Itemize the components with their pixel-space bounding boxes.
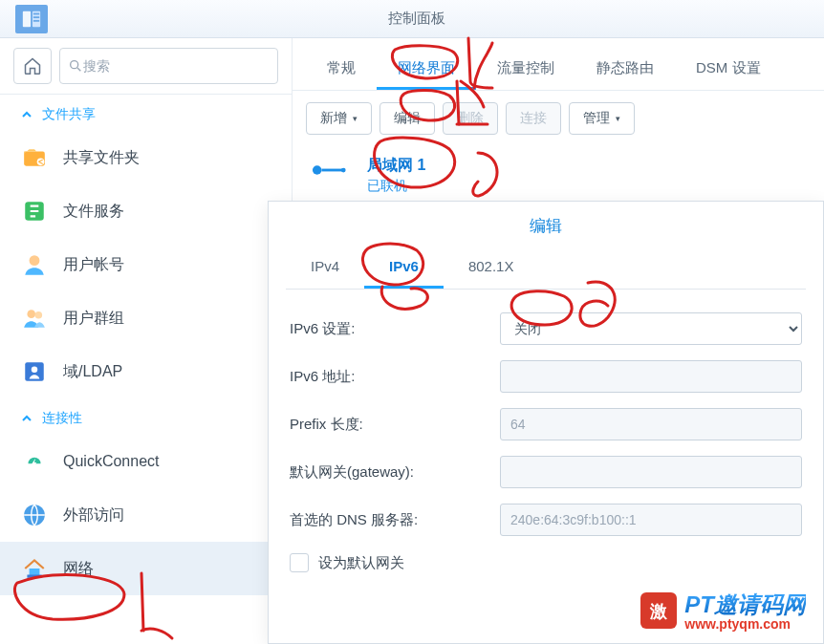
svg-text:激: 激 [649, 602, 668, 621]
sidebar: 文件共享 共享文件夹 文件服务 用户帐号 用户群组 域/LDAP 连接性 [0, 38, 293, 644]
svg-rect-2 [33, 12, 39, 14]
section-label: 连接性 [42, 410, 82, 427]
tab-dsm-settings[interactable]: DSM 设置 [675, 50, 782, 90]
tab-general[interactable]: 常规 [306, 50, 377, 90]
lan-name: 局域网 1 [367, 156, 425, 176]
user-icon [21, 251, 48, 278]
dns-input [500, 504, 802, 536]
gateway-input [500, 456, 802, 488]
manage-button[interactable]: 管理▾ [569, 102, 635, 135]
sidebar-item-external-access[interactable]: 外部访问 [0, 488, 292, 542]
edit-dialog: 编辑 IPv4 IPv6 802.1X IPv6 设置: 关闭 IPv6 地址:… [268, 201, 824, 644]
lan-item[interactable]: 局域网 1 已联机 [293, 146, 824, 204]
tab-network-interface[interactable]: 网络界面 [377, 50, 476, 90]
svg-point-11 [35, 311, 43, 319]
sidebar-item-quickconnect[interactable]: QuickConnect [0, 435, 292, 488]
sidebar-item-ldap[interactable]: 域/LDAP [0, 345, 292, 398]
sidebar-item-label: 共享文件夹 [63, 148, 140, 168]
folder-share-icon [21, 144, 48, 171]
svg-point-5 [71, 61, 78, 69]
home-icon [23, 56, 42, 75]
search-input[interactable] [83, 58, 270, 74]
svg-point-18 [341, 168, 346, 173]
lan-status: 已联机 [367, 178, 425, 195]
watermark: 激 PT邀请码网 www.ptyqm.com [639, 590, 806, 632]
sidebar-item-label: 用户帐号 [63, 255, 124, 275]
caret-down-icon: ▾ [616, 114, 620, 123]
ipv6-address-input [500, 360, 802, 393]
dns-label: 首选的 DNS 服务器: [290, 511, 500, 529]
quickconnect-icon [21, 448, 48, 475]
globe-icon [21, 502, 48, 528]
delete-button: 删除 [443, 102, 498, 135]
sidebar-item-label: 外部访问 [63, 505, 124, 526]
section-file-sharing[interactable]: 文件共享 [0, 95, 292, 131]
tab-static-route[interactable]: 静态路由 [575, 50, 675, 90]
watermark-brand: PT邀请码网 [684, 591, 806, 617]
ipv6-setting-label: IPv6 设置: [290, 320, 500, 338]
seal-icon: 激 [639, 590, 679, 631]
sidebar-item-label: 域/LDAP [63, 362, 122, 382]
sidebar-item-network[interactable]: 网络 [0, 542, 292, 595]
file-services-icon [21, 198, 48, 225]
sidebar-item-group[interactable]: 用户群组 [0, 291, 292, 345]
connect-button: 连接 [506, 102, 561, 135]
caret-down-icon: ▾ [353, 114, 358, 123]
toolbar: 新增▾ 编辑 删除 连接 管理▾ [293, 91, 824, 146]
lan-icon [312, 161, 350, 179]
edit-button[interactable]: 编辑 [379, 102, 435, 135]
sidebar-item-label: 文件服务 [63, 202, 124, 222]
svg-rect-16 [27, 575, 41, 578]
svg-point-7 [37, 159, 45, 166]
window-title: 控制面板 [48, 10, 824, 28]
svg-point-9 [30, 255, 40, 266]
gateway-label: 默认网关(gateway): [290, 463, 500, 482]
tab-traffic-control[interactable]: 流量控制 [476, 50, 575, 90]
window-titlebar: 控制面板 [0, 0, 824, 38]
ipv6-address-label: IPv6 地址: [290, 368, 500, 386]
prefix-length-label: Prefix 长度: [290, 416, 500, 434]
sidebar-item-label: QuickConnect [63, 453, 160, 470]
search-icon [68, 58, 83, 74]
tab-ipv4[interactable]: IPv4 [286, 247, 364, 289]
main-tabs: 常规 网络界面 流量控制 静态路由 DSM 设置 [293, 38, 824, 91]
default-gateway-checkbox[interactable]: 设为默认网关 [290, 544, 802, 572]
section-connectivity[interactable]: 连接性 [0, 398, 292, 435]
svg-rect-0 [23, 11, 31, 27]
tab-8021x[interactable]: 802.1X [444, 247, 539, 289]
ldap-icon [21, 358, 48, 385]
prefix-length-input [500, 408, 802, 440]
group-icon [21, 305, 48, 332]
chevron-up-icon [21, 413, 33, 424]
svg-point-13 [32, 367, 38, 374]
control-panel-icon [15, 5, 48, 33]
dialog-title: 编辑 [269, 202, 823, 247]
sidebar-item-shared-folder[interactable]: 共享文件夹 [0, 131, 292, 184]
checkbox-icon [290, 553, 309, 572]
sidebar-item-label: 网络 [63, 559, 94, 579]
home-button[interactable] [13, 48, 52, 84]
sidebar-item-user[interactable]: 用户帐号 [0, 238, 292, 291]
svg-point-17 [313, 165, 322, 175]
dialog-tabs: IPv4 IPv6 802.1X [286, 247, 806, 290]
sidebar-item-file-services[interactable]: 文件服务 [0, 184, 292, 238]
search-field[interactable] [59, 48, 278, 84]
section-label: 文件共享 [42, 106, 96, 123]
default-gateway-label: 设为默认网关 [318, 554, 404, 572]
ipv6-setting-select[interactable]: 关闭 [500, 312, 802, 345]
watermark-url: www.ptyqm.com [684, 616, 806, 632]
network-icon [21, 555, 48, 582]
svg-rect-4 [33, 19, 39, 21]
tab-ipv6[interactable]: IPv6 [364, 247, 444, 289]
add-button[interactable]: 新增▾ [306, 102, 372, 135]
chevron-up-icon [21, 109, 33, 120]
sidebar-item-label: 用户群组 [63, 309, 124, 329]
svg-rect-3 [33, 16, 39, 18]
svg-point-10 [27, 310, 35, 318]
